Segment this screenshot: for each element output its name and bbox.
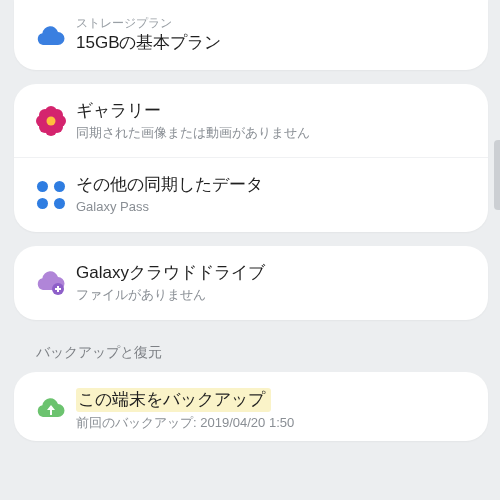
storage-plan-card[interactable]: ストレージプラン 15GBの基本プラン	[14, 0, 488, 70]
gallery-sub: 同期された画像または動画がありません	[76, 124, 474, 142]
cloud-drive-icon	[26, 270, 76, 296]
grid-dots-icon	[26, 181, 76, 209]
storage-plan-value: 15GBの基本プラン	[76, 32, 474, 54]
storage-plan-label: ストレージプラン	[76, 16, 474, 32]
backup-this-device-row[interactable]: この端末をバックアップ 前回のバックアップ: 2019/04/20 1:50	[14, 372, 488, 442]
cloud-drive-sub: ファイルがありません	[76, 286, 474, 304]
gallery-row[interactable]: ギャラリー 同期された画像または動画がありません	[14, 84, 488, 158]
backup-card: この端末をバックアップ 前回のバックアップ: 2019/04/20 1:50	[14, 372, 488, 442]
cloud-upload-icon	[26, 397, 76, 421]
gallery-title: ギャラリー	[76, 100, 474, 122]
other-sync-title: その他の同期したデータ	[76, 174, 474, 196]
sync-card: ギャラリー 同期された画像または動画がありません その他の同期したデータ Gal…	[14, 84, 488, 232]
backup-this-device-title: この端末をバックアップ	[76, 388, 474, 412]
backup-section-header: バックアップと復元	[14, 334, 488, 372]
cloud-drive-title: Galaxyクラウドドライブ	[76, 262, 474, 284]
scrollbar[interactable]	[494, 140, 500, 210]
svg-rect-2	[55, 288, 61, 290]
backup-this-device-sub: 前回のバックアップ: 2019/04/20 1:50	[76, 414, 474, 432]
other-sync-sub: Galaxy Pass	[76, 198, 474, 216]
other-sync-row[interactable]: その他の同期したデータ Galaxy Pass	[14, 157, 488, 232]
gallery-icon	[26, 106, 76, 136]
cloud-drive-card[interactable]: Galaxyクラウドドライブ ファイルがありません	[14, 246, 488, 320]
cloud-icon	[26, 24, 76, 46]
